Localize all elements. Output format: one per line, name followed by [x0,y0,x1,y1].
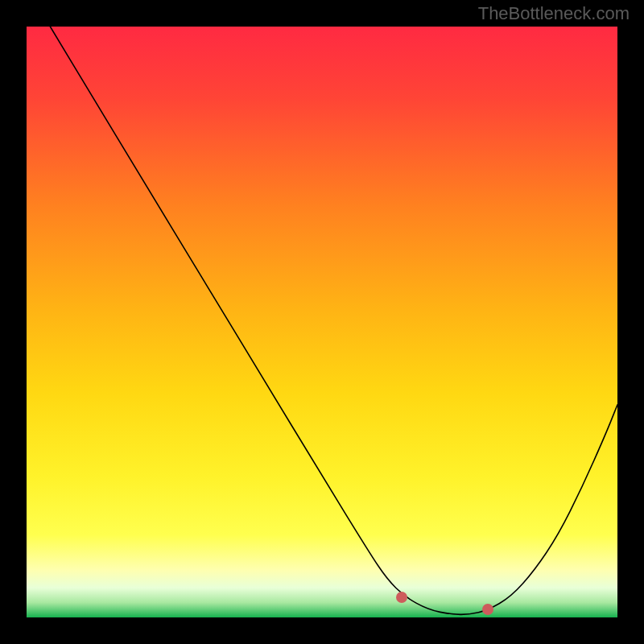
watermark-text: TheBottleneck.com [478,3,630,24]
bottleneck-curve [50,27,617,614]
curve-marker-1 [482,604,493,615]
chart-frame: TheBottleneck.com [0,0,644,644]
curve-marker-0 [396,592,407,603]
plot-area [27,27,617,617]
curve-overlay [27,27,617,617]
